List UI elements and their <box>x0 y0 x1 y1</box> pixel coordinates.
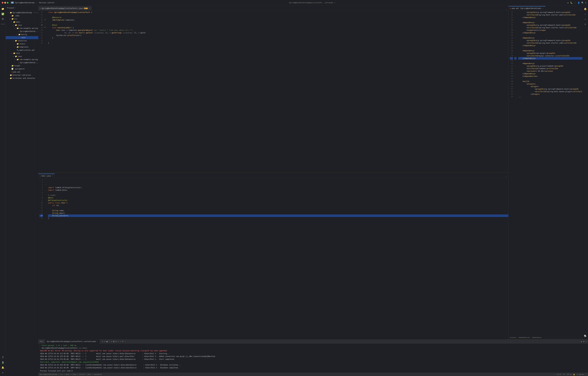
maven-rail-icon[interactable]: m <box>583 22 588 26</box>
tree-item-test-springboot[interactable]: ☕ SpringBootDataS... <box>6 61 38 64</box>
debug-button[interactable]: 🐛 <box>570 1 573 4</box>
tree-chevron: ▾ <box>14 28 16 29</box>
tree-chevron: › <box>9 65 11 67</box>
status-indent[interactable]: 4 spaces <box>577 374 584 375</box>
sidebar-title[interactable]: Project <box>7 7 14 9</box>
rerun-failed-button[interactable]: ↺ <box>104 340 106 343</box>
title-chevron[interactable]: ▾ <box>36 2 37 4</box>
ai-assistant-icon[interactable]: ✦ <box>583 17 588 21</box>
settings2-button[interactable]: ⚙ <box>115 340 117 343</box>
tab-more-button2[interactable]: ⋮ <box>504 176 508 178</box>
tree-item-main[interactable]: ▾ 📁 main <box>6 21 38 24</box>
sort-button[interactable]: ↕ <box>118 340 119 343</box>
tests-run-tab[interactable]: SpringBootDataStudyApplicationTests.cont… <box>45 339 100 344</box>
status-path[interactable]: SpringBootDataStudy > src > main > java … <box>40 374 102 375</box>
tab-close-button[interactable]: × <box>88 7 90 9</box>
spring-tool-button[interactable]: 🍃 <box>0 360 5 365</box>
tab-more-button[interactable]: ⋮ <box>504 8 508 10</box>
tree-item-pom-xml[interactable]: m pom.xml <box>6 70 38 73</box>
tree-item-idea[interactable]: › 📁 .idea <box>6 14 38 17</box>
commit-tool-button[interactable]: ✅ <box>0 12 5 16</box>
pom-tab-more[interactable]: ⋮ <box>578 8 582 10</box>
tree-item-resources[interactable]: ▾ 📁 resources <box>6 39 38 42</box>
scroll-down-button[interactable]: ▼ <box>583 340 585 343</box>
expand-button[interactable]: ⊞ <box>122 340 124 343</box>
tree-item-springboot-root[interactable]: ▾ 📁 SpringBootDataStudy ~/Desktop <box>6 11 38 14</box>
vc-label[interactable]: Version control <box>39 2 54 4</box>
run-button[interactable]: ▶ <box>567 1 569 4</box>
filter-button[interactable]: ▦ <box>113 340 115 343</box>
test-editor-scroll[interactable]: 13 14 15 16 17 18 19 20 21 22 23 24 <box>38 10 508 172</box>
scroll-up-button[interactable]: ▲ <box>581 340 582 343</box>
editors-row: ☕ SpringBootDataStudyApplicationTests.ja… <box>38 5 588 339</box>
close-panel-button[interactable]: × <box>585 340 587 343</box>
rerun-button[interactable]: ↺ <box>102 340 103 343</box>
status-line-ending[interactable]: LF <box>563 374 565 375</box>
tree-item-springboot-main[interactable]: ☕ SpringBootDataS... <box>6 30 38 33</box>
tree-chevron: ▾ <box>11 52 13 54</box>
run-gutter-icon2[interactable]: ▶ <box>44 26 46 29</box>
tree-item-scratches[interactable]: › 📁 Scratches and Consoles <box>6 77 38 80</box>
tree-item-user[interactable]: ☕ User <box>6 36 38 39</box>
breadcrumb-project[interactable]: project <box>510 336 516 338</box>
user-tab[interactable]: ☕ User.java × <box>38 174 55 178</box>
pom-editor-scroll[interactable]: 21 22 23 24 25 26 27 28 29 30 31 32 <box>509 10 582 336</box>
pom-tab-close[interactable]: × <box>542 8 544 9</box>
window-controls[interactable] <box>2 2 9 4</box>
run-tab[interactable]: Run <box>38 339 45 344</box>
project-name[interactable]: SpringBootDataStudy <box>15 2 34 4</box>
tree-label: User <box>21 37 26 39</box>
profile-icon[interactable]: 👤 <box>577 1 580 4</box>
status-cursor[interactable]: 14:21 <box>557 374 561 375</box>
tree-item-test-java[interactable]: ▾ 📁 java <box>6 55 38 58</box>
tree-item-gitignore[interactable]: 📝 .gitignore <box>6 67 38 70</box>
stop-button[interactable]: ■ <box>106 340 108 343</box>
tests-tab[interactable]: ☕ SpringBootDataStudyApplicationTests.ja… <box>38 6 92 10</box>
breadcrumb-dependencies[interactable]: dependencies <box>519 336 530 338</box>
maximize-window-button[interactable] <box>7 2 9 4</box>
tree-item-templates[interactable]: › 📁 templates <box>6 45 38 49</box>
tree-item-entity[interactable]: ▾ 📁 entity <box>6 33 38 36</box>
run-config-label[interactable]: SpringBootDataStudyApplicationTe...extLo… <box>58 2 567 4</box>
gradle-rail-icon[interactable]: 🐘 <box>583 334 588 338</box>
git-file-icon: 📝 <box>11 68 14 70</box>
check-button[interactable]: ✓ <box>108 340 110 343</box>
sidebar-title-chevron[interactable]: ▾ <box>15 7 16 9</box>
tab-close-button[interactable]: × <box>52 175 53 177</box>
problems-rail-icon[interactable]: ⚠ <box>583 12 588 16</box>
vc-chevron[interactable]: ▾ <box>55 2 57 4</box>
plugins-button[interactable]: m <box>0 370 5 375</box>
tree-item-application-yml[interactable]: 🔧 application.yml <box>6 49 38 52</box>
tree-item-com-example[interactable]: ▾ 📁 com.example.spring <box>6 27 38 30</box>
more-button[interactable]: ⋮ <box>124 340 127 343</box>
tree-item-static[interactable]: › 📁 static <box>6 42 38 45</box>
tree-item-external-libs[interactable]: › 📁 External Libraries <box>6 73 38 77</box>
tree-item-src[interactable]: ▾ 📁 src <box>6 17 38 21</box>
status-git-icon[interactable]: ⤴ <box>586 374 587 375</box>
minimize-window-button[interactable] <box>4 2 6 4</box>
export-button[interactable]: ↗ <box>120 340 121 343</box>
tree-item-test-com[interactable]: ▾ 📁 com.example.spring <box>6 58 38 61</box>
close-window-button[interactable] <box>2 2 3 4</box>
coverage-button[interactable]: ⌂ <box>111 340 112 343</box>
database-tool-button[interactable]: 🗄 <box>0 355 5 360</box>
settings-button[interactable]: ⚙ <box>585 1 586 4</box>
run-gutter-icon[interactable]: ▶ <box>44 19 46 21</box>
tree-item-target[interactable]: › 📁 target <box>6 64 38 67</box>
user-editor-scroll[interactable]: 1 2 3 4 5 6 7 8 9 10 11 12 13 <box>38 178 508 339</box>
search-everywhere-button[interactable]: 🔍 <box>581 1 584 4</box>
structure-tool-button[interactable]: 🏗 <box>0 17 5 21</box>
folder-icon: 📁 <box>15 24 17 26</box>
tree-item-java[interactable]: ▾ 📁 java <box>6 24 38 27</box>
editor-divider <box>38 172 508 173</box>
project-tool-button[interactable]: 📁 <box>0 7 5 11</box>
status-encoding[interactable]: UTF-8 <box>567 374 571 375</box>
pom-tab[interactable]: m pom.xml (SpringBootDataStudy) × <box>509 6 545 10</box>
bottom-tab-close-button[interactable]: × <box>97 341 98 343</box>
notifications-button[interactable]: 🔔 <box>0 365 5 370</box>
notifications-rail-icon[interactable]: 🔔 <box>583 7 588 11</box>
breadcrumb-dependency[interactable]: dependency <box>532 336 542 338</box>
find-tool-button[interactable]: ••• <box>0 22 5 26</box>
more-actions-button[interactable]: ⋮ <box>574 1 576 4</box>
tree-item-test[interactable]: ▾ 📁 test <box>6 52 38 55</box>
